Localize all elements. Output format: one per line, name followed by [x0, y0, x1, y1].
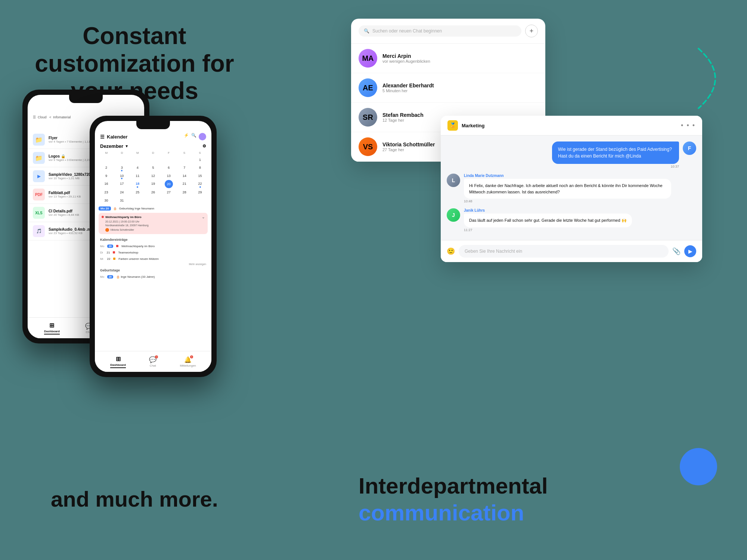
- nav-dashboard[interactable]: ⊞ Dashboard: [44, 322, 60, 335]
- cal-section: Kalendereinträge: [95, 236, 211, 243]
- bubble-text: Hi Felix, danke der Nachfrage. Ich arbei…: [464, 179, 671, 199]
- avatar-stefan: SR: [359, 108, 377, 127]
- contact-time: vor wenigen Augenblicken: [382, 59, 538, 63]
- msg-input-bar: 🙂 Geben Sie Ihre Nachricht ein 📎 ▶: [441, 240, 702, 262]
- deco-dashes: [691, 45, 736, 113]
- avatar-linda: L: [447, 174, 460, 187]
- files-breadcrumb: ☰ Cloud < Infomaterial: [33, 115, 71, 119]
- avatar-viktoria: VS: [359, 137, 377, 156]
- group-icon: 🏅: [447, 120, 458, 131]
- add-chat-button[interactable]: +: [525, 25, 538, 37]
- contact-name: Alexander Eberhardt: [382, 83, 538, 88]
- sender-name: Linda Marie Dutzmann: [464, 174, 671, 178]
- phone-calendar: ☰ Kalender ⚡ 🔍 Dezember ▼ ⚙: [90, 116, 217, 377]
- left-section: Constant customization for your needs an…: [0, 0, 336, 560]
- hamburger-icon[interactable]: ☰: [100, 134, 105, 140]
- input-placeholder: Geben Sie Ihre Nachricht ein: [465, 249, 522, 254]
- birthday-section: Geburtstage: [95, 266, 211, 274]
- bubble-text: Das läuft auf jeden Fall schon sehr gut.…: [464, 214, 632, 227]
- right-section: Interdepartmental communication 🔍 Suchen…: [336, 0, 747, 560]
- msg-group-name: Marketing: [462, 123, 677, 128]
- list-item[interactable]: Mo 20 Weihnachtsparty im Büro: [95, 243, 211, 249]
- chat-contact-merci[interactable]: MA Merci Arpin vor wenigen Augenblicken: [351, 44, 545, 73]
- chat-contact-alex[interactable]: AE Alexander Eberhardt 5 Minuten her: [351, 73, 545, 103]
- subheadline: and much more.: [30, 486, 239, 511]
- calendar-grid: MDMDFSS 1 2 3 4 5 6: [95, 151, 211, 204]
- bottom-nav-cal: ⊞ Dashboard 💬 3 Chat 🔔 5: [95, 351, 211, 372]
- list-item[interactable]: Di 21 Teamworkshop: [95, 249, 211, 256]
- more-options-icon[interactable]: • • •: [681, 122, 695, 130]
- search-placeholder: Suchen oder neuen Chat beginnen: [372, 28, 442, 34]
- contact-name: Merci Arpin: [382, 53, 538, 59]
- phone-notch: [69, 95, 103, 103]
- sender-name: Janik Lührs: [464, 208, 632, 212]
- message-janik: J Janik Lührs Das läuft auf jeden Fall s…: [447, 208, 632, 232]
- phone-notch: [136, 121, 170, 129]
- contact-time: 5 Minuten her: [382, 88, 538, 93]
- chat-search-input[interactable]: 🔍 Suchen oder neuen Chat beginnen: [359, 25, 521, 37]
- search-cal-icon[interactable]: 🔍: [191, 133, 196, 140]
- right-headline: Interdepartmental communication: [359, 473, 583, 526]
- message-felix: Wie ist gerade der Stand bezüglich des P…: [552, 141, 696, 168]
- avatar-felix: F: [683, 141, 696, 155]
- birthday-item: Mo 20 🎂 Inge Neumann (33 Jahre): [95, 274, 211, 280]
- message-input[interactable]: Geben Sie Ihre Nachricht ein: [459, 245, 669, 258]
- month-label: Dezember ▼ ⚙: [95, 143, 211, 151]
- deco-circle: [680, 448, 717, 485]
- attach-icon[interactable]: 📎: [672, 247, 681, 255]
- nav-chat-cal[interactable]: 💬 3 Chat: [149, 356, 156, 367]
- bubble-text: Wie ist gerade der Stand bezüglich des P…: [552, 141, 679, 164]
- avatar-alex: AE: [359, 78, 377, 97]
- emoji-icon[interactable]: 🙂: [447, 247, 455, 255]
- profile-cal-icon[interactable]: [199, 133, 206, 140]
- chat-search-bar: 🔍 Suchen oder neuen Chat beginnen +: [351, 19, 545, 44]
- messages-area: Wie ist gerade der Stand bezüglich des P…: [441, 136, 702, 240]
- list-item[interactable]: Mi 22 Farben unserer neuen Mützen: [95, 256, 211, 262]
- send-icon[interactable]: ▶: [684, 245, 696, 257]
- cal-title: Kalender: [107, 134, 128, 140]
- chat-message-panel: 🏅 Marketing • • • Wie ist gerade der Sta…: [441, 116, 702, 262]
- avatar-merci: MA: [359, 49, 377, 68]
- nav-notifications-cal[interactable]: 🔔 5 Mitteilungen: [180, 356, 196, 367]
- filter-icon[interactable]: ⚡: [184, 133, 189, 140]
- avatar-janik: J: [447, 208, 460, 222]
- message-linda: L Linda Marie Dutzmann Hi Felix, danke d…: [447, 174, 671, 203]
- msg-header: 🏅 Marketing • • •: [441, 116, 702, 136]
- search-icon: 🔍: [364, 28, 369, 34]
- nav-dashboard-cal[interactable]: ⊞ Dashboard: [110, 355, 126, 368]
